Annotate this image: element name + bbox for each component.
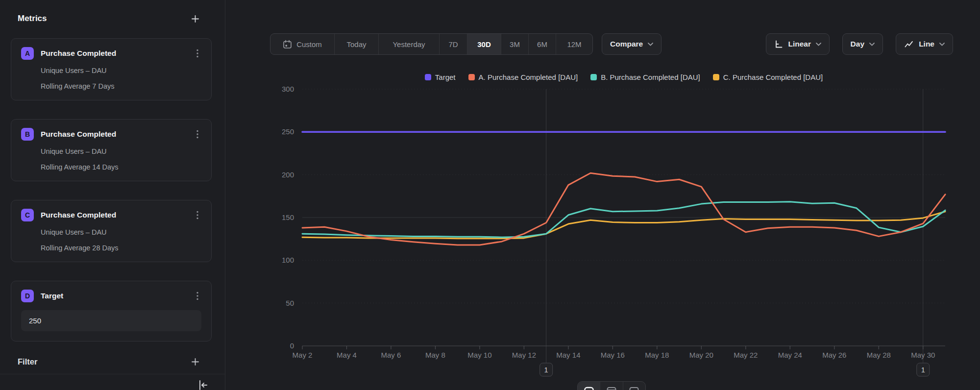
y-axis-label: 150 <box>282 213 294 221</box>
x-axis-label: May 16 <box>601 351 625 359</box>
range-label: Custom <box>296 40 322 49</box>
granularity-label: Day <box>851 40 864 49</box>
x-axis-label: May 18 <box>645 351 669 359</box>
metric-title: Purchase Completed <box>41 130 194 139</box>
chevron-down-icon <box>869 43 875 46</box>
sidebar-divider <box>0 374 225 374</box>
metric-badge-c: C <box>21 209 34 221</box>
range-label: 3M <box>510 40 520 49</box>
range-30d-selected[interactable]: 30D <box>467 34 501 54</box>
metric-options-button[interactable] <box>194 210 201 220</box>
compare-button[interactable]: Compare <box>602 33 662 55</box>
collapse-sidebar-icon <box>197 380 209 390</box>
chart-type-dropdown[interactable]: Line <box>896 33 953 55</box>
metric-options-button[interactable] <box>194 129 201 140</box>
date-range-control: Custom Today Yesterday 7D 30D 3M 6M 12M <box>270 33 593 55</box>
line-chart-icon <box>904 40 914 49</box>
range-yesterday[interactable]: Yesterday <box>379 34 440 54</box>
metric-card-header: C Purchase Completed <box>21 209 201 221</box>
metric-title: Purchase Completed <box>41 211 194 219</box>
metric-card-a[interactable]: A Purchase Completed Unique Users – DAU … <box>11 38 212 100</box>
x-axis-label: May 14 <box>556 351 580 359</box>
metric-options-button[interactable] <box>194 291 201 301</box>
metric-badge-a: A <box>21 47 34 60</box>
annotation-badge-label: 1 <box>544 366 548 374</box>
metric-measurement: Unique Users – DAU <box>41 66 201 75</box>
x-axis-label: May 12 <box>512 351 536 359</box>
plus-icon <box>191 358 199 366</box>
series-c-purchase-completed-dau <box>302 212 945 239</box>
y-axis-label: 200 <box>282 171 294 179</box>
compare-label: Compare <box>610 40 643 49</box>
kebab-menu-icon <box>196 49 198 58</box>
scale-label: Linear <box>788 40 811 49</box>
metric-card-c[interactable]: C Purchase Completed Unique Users – DAU … <box>11 200 212 262</box>
series-b-purchase-completed-dau <box>302 202 945 238</box>
range-label: 6M <box>537 40 547 49</box>
granularity-dropdown[interactable]: Day <box>842 33 883 55</box>
x-axis-label: May 6 <box>381 351 401 359</box>
sidebar-header: Metrics <box>0 0 225 24</box>
view-table-button[interactable] <box>600 382 623 390</box>
view-toggle-group <box>577 381 646 390</box>
x-axis-label: May 20 <box>689 351 713 359</box>
target-card-header: D Target <box>21 290 201 302</box>
metric-card-header: A Purchase Completed <box>21 47 201 60</box>
range-label: Yesterday <box>392 40 425 49</box>
range-today[interactable]: Today <box>335 34 379 54</box>
y-axis-label: 0 <box>290 341 294 350</box>
metric-measurement: Unique Users – DAU <box>41 147 201 156</box>
view-bar-button[interactable] <box>623 382 645 390</box>
target-title: Target <box>41 292 194 300</box>
kebab-menu-icon <box>196 130 198 139</box>
calendar-icon <box>283 40 292 49</box>
plus-icon <box>191 15 199 23</box>
target-card[interactable]: D Target 250 <box>11 281 212 341</box>
metric-badge-b: B <box>21 128 34 141</box>
x-axis-label: May 8 <box>425 351 445 359</box>
range-label: 12M <box>567 40 581 49</box>
metric-options-button[interactable] <box>194 48 201 59</box>
range-12m[interactable]: 12M <box>556 34 592 54</box>
collapse-sidebar-button[interactable] <box>197 380 209 390</box>
metric-rolling-average: Rolling Average 7 Days <box>41 82 201 91</box>
bar-view-icon <box>629 386 639 390</box>
y-axis-label: 50 <box>286 299 294 307</box>
x-axis-label: May 26 <box>822 351 846 359</box>
y-axis-label: 250 <box>282 127 294 136</box>
target-value-input[interactable]: 250 <box>21 310 201 331</box>
metrics-section-title: Metrics <box>18 14 47 24</box>
metric-measurement: Unique Users – DAU <box>41 228 201 237</box>
range-3m[interactable]: 3M <box>501 34 529 54</box>
kebab-menu-icon <box>196 211 198 219</box>
y-axis-label: 300 <box>282 85 294 93</box>
range-7d[interactable]: 7D <box>440 34 467 54</box>
view-line-button[interactable] <box>578 382 600 390</box>
range-custom[interactable]: Custom <box>270 34 335 54</box>
metric-badge-d: D <box>21 290 34 302</box>
y-axis-label: 100 <box>282 256 294 264</box>
x-axis-label: May 22 <box>734 351 758 359</box>
metric-card-header: B Purchase Completed <box>21 128 201 141</box>
add-metric-button[interactable] <box>191 15 199 23</box>
metric-rolling-average: Rolling Average 14 Days <box>41 163 201 172</box>
chevron-down-icon <box>939 43 945 46</box>
filter-section-title: Filter <box>18 357 37 366</box>
table-view-icon <box>606 386 617 390</box>
range-label: 30D <box>477 40 491 49</box>
line-chart[interactable]: 050100150200250300May 2May 4May 6May 8Ma… <box>226 64 980 390</box>
scale-dropdown[interactable]: Linear <box>766 33 830 55</box>
range-label: Today <box>346 40 366 49</box>
range-label: 7D <box>448 40 458 49</box>
add-filter-button[interactable] <box>191 358 199 366</box>
x-axis-label: May 24 <box>778 351 802 359</box>
line-view-icon <box>584 386 594 390</box>
range-6m[interactable]: 6M <box>529 34 556 54</box>
metric-title: Purchase Completed <box>41 49 194 58</box>
sidebar: Metrics A Purchase Completed Unique User… <box>0 0 225 390</box>
metric-rolling-average: Rolling Average 28 Days <box>41 244 201 253</box>
x-axis-label: May 4 <box>337 351 357 359</box>
annotation-badge-label: 1 <box>921 366 925 374</box>
kebab-menu-icon <box>196 292 198 300</box>
metric-card-b[interactable]: B Purchase Completed Unique Users – DAU … <box>11 119 212 181</box>
